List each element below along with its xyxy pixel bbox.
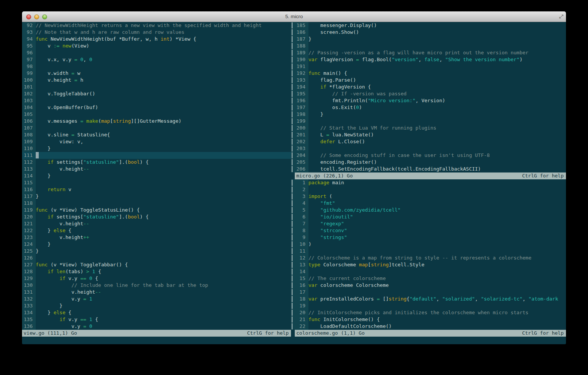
code-line[interactable]: 191	[291, 63, 566, 70]
pane-micro-go[interactable]: 185 messenger.Display()186 screen.Show()…	[291, 22, 566, 172]
code-line[interactable]: 188	[291, 43, 566, 49]
code-line[interactable]: 102 v.ToggleTabbar()	[22, 90, 291, 97]
code-line[interactable]: 98	[22, 63, 291, 70]
code-line[interactable]: 3import (	[291, 193, 566, 200]
code-line[interactable]: 21func InitColorscheme() {	[291, 316, 566, 323]
code-line[interactable]: 195 // If -version was passed	[291, 90, 566, 97]
minimize-button[interactable]	[34, 14, 39, 19]
code-line[interactable]: 101	[22, 84, 291, 90]
code-line[interactable]: 190var flagVersion = flag.Bool("version"…	[291, 56, 566, 63]
code-line[interactable]: 186 screen.Show()	[291, 29, 566, 36]
code-line[interactable]: 136 v.y = 0	[22, 323, 291, 330]
code-line[interactable]: 114 }	[22, 172, 291, 179]
code-line[interactable]: 120 if settings["statusline"].(bool) {	[22, 214, 291, 220]
code-line[interactable]: 118	[22, 200, 291, 207]
code-line[interactable]: 103	[22, 97, 291, 104]
code-line[interactable]: 95 v := new(View)	[22, 43, 291, 49]
code-line[interactable]: 106 v.messages = make(map[string][]Gutte…	[22, 118, 291, 125]
code-token: v.height	[36, 77, 74, 83]
code-line[interactable]: 130 // Include one line for the tab bar …	[22, 282, 291, 289]
code-line[interactable]: 10)	[291, 241, 566, 248]
pane-view-go[interactable]: 92// NewViewWidthHeight returns a new vi…	[22, 22, 291, 330]
code-line[interactable]: 131 v.height--	[22, 289, 291, 296]
code-line[interactable]: 125}	[22, 248, 291, 255]
code-line[interactable]: 194 if *flagVersion {	[291, 84, 566, 90]
code-line[interactable]: 199	[291, 118, 566, 125]
code-line[interactable]: 1package main	[291, 179, 566, 186]
code-line[interactable]: 18var preInstalledColors = []string{"def…	[291, 296, 566, 302]
code-line[interactable]: 198 }	[291, 111, 566, 118]
code-line[interactable]: 127func (v *View) ToggleTabbar() {	[22, 261, 291, 268]
code-line[interactable]: 117}	[22, 193, 291, 200]
code-line[interactable]: 133 }	[22, 302, 291, 309]
code-line[interactable]: 19	[291, 302, 566, 309]
code-line[interactable]: 204 // Some encoding stuff in case the u…	[291, 152, 566, 159]
code-line[interactable]: 126	[22, 255, 291, 261]
code-line[interactable]: 132 v.y = 1	[22, 296, 291, 302]
code-line[interactable]: 6 "io/ioutil"	[291, 214, 566, 220]
code-line[interactable]: 206 tcell.SetEncodingFallback(tcell.Enco…	[291, 166, 566, 172]
code-line[interactable]: 187}	[291, 36, 566, 43]
close-button[interactable]	[26, 14, 31, 19]
code-line[interactable]: 121 v.height--	[22, 220, 291, 227]
code-line[interactable]: 13type Colorscheme map[string]tcell.Styl…	[291, 261, 566, 268]
code-line[interactable]: 22 LoadDefaultColorscheme()	[291, 323, 566, 330]
code-line[interactable]: 7 "regexp"	[291, 220, 566, 227]
pane-divider	[291, 125, 295, 131]
code-line[interactable]: 20// InitColorscheme picks and initializ…	[291, 309, 566, 316]
code-line[interactable]: 94func NewViewWidthHeight(buf *Buffer, w…	[22, 36, 291, 43]
code-line[interactable]: 185 messenger.Display()	[291, 22, 566, 29]
code-line[interactable]: 189// Passing -version as a flag will ha…	[291, 49, 566, 56]
command-bar[interactable]	[22, 337, 566, 344]
code-line[interactable]: 16var colorscheme Colorscheme	[291, 282, 566, 289]
code-line[interactable]: 113 v.height--	[22, 166, 291, 172]
code-line[interactable]: 15// The current colorscheme	[291, 275, 566, 282]
code-line[interactable]: 134 } else {	[22, 309, 291, 316]
code-line[interactable]: 196 fmt.Println("Micro version:", Versio…	[291, 97, 566, 104]
code-line[interactable]: 5 "github.com/zyedidia/tcell"	[291, 207, 566, 214]
code-line[interactable]: 99 v.width = w	[22, 70, 291, 77]
code-line[interactable]: 202 defer L.Close()	[291, 138, 566, 145]
code-line[interactable]: 9 "strings"	[291, 234, 566, 241]
code-line[interactable]: 97 v.x, v.y = 0, 0	[22, 56, 291, 63]
code-line[interactable]: 119func (v *View) ToggleStatusLine() {	[22, 207, 291, 214]
code-line[interactable]: 129 if v.y == 0 {	[22, 275, 291, 282]
code-line[interactable]: 107	[22, 125, 291, 131]
code-line[interactable]: 93// Note that w and h are raw column an…	[22, 29, 291, 36]
code-line[interactable]: 112 if settings["statusline"].(bool) {	[22, 159, 291, 166]
code-line[interactable]: 104 v.OpenBuffer(buf)	[22, 104, 291, 111]
code-line[interactable]: 2	[291, 186, 566, 193]
code-line[interactable]: 108 v.sline = Statusline{	[22, 131, 291, 138]
code-line[interactable]: 115	[22, 179, 291, 186]
code-line[interactable]: 193 flag.Parse()	[291, 77, 566, 84]
code-line[interactable]: 123 v.height++	[22, 234, 291, 241]
code-line[interactable]: 105	[22, 111, 291, 118]
code-line[interactable]: 135 if v.y == 1 {	[22, 316, 291, 323]
pane-colorscheme-go[interactable]: 1package main23import (4 "fmt"5 "github.…	[291, 179, 566, 330]
code-line[interactable]: 201 L = lua.NewState()	[291, 131, 566, 138]
window-titlebar[interactable]: 5. micro ⤢	[22, 11, 566, 22]
code-line[interactable]: 116 return v	[22, 186, 291, 193]
code-line[interactable]: 111	[22, 152, 291, 159]
code-line[interactable]: 100 v.height = h	[22, 77, 291, 84]
code-line[interactable]: 124 }	[22, 241, 291, 248]
code-line[interactable]: 203	[291, 145, 566, 152]
code-line[interactable]: 8 "strconv"	[291, 227, 566, 234]
code-line[interactable]: 96	[22, 49, 291, 56]
code-line[interactable]: 109 view: v,	[22, 138, 291, 145]
code-line[interactable]: 110 }	[22, 145, 291, 152]
code-line[interactable]: 200 // Start the Lua VM for running plug…	[291, 125, 566, 131]
code-line[interactable]: 205 encoding.Register()	[291, 159, 566, 166]
code-line[interactable]: 92// NewViewWidthHeight returns a new vi…	[22, 22, 291, 29]
code-line[interactable]: 12// Colorscheme is a map from string to…	[291, 255, 566, 261]
code-line[interactable]: 192func main() {	[291, 70, 566, 77]
code-line[interactable]: 197 os.Exit(0)	[291, 104, 566, 111]
zoom-button[interactable]	[42, 14, 47, 19]
code-line[interactable]: 128 if len(tabs) > 1 {	[22, 268, 291, 275]
code-line[interactable]: 11	[291, 248, 566, 255]
code-line[interactable]: 4 "fmt"	[291, 200, 566, 207]
resize-icon[interactable]: ⤢	[559, 13, 563, 20]
code-line[interactable]: 14	[291, 268, 566, 275]
code-line[interactable]: 17	[291, 289, 566, 296]
code-line[interactable]: 122 } else {	[22, 227, 291, 234]
